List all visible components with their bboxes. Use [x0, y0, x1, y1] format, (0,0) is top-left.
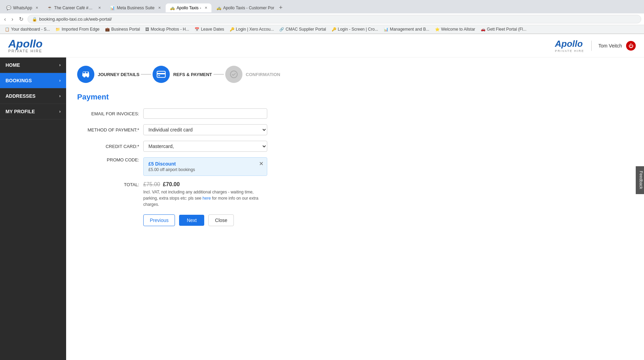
bookmark-business[interactable]: 💼 Business Portal: [103, 26, 142, 32]
bookmark-cmac[interactable]: 🔗 CMAC Supplier Portal: [277, 26, 328, 32]
payment-method-select[interactable]: Individual credit card Account Cash: [143, 124, 267, 135]
tab-career-cafe[interactable]: ☕ The Career Café #13 with my G... ✕: [43, 3, 105, 12]
sidebar-item-addresses[interactable]: ADDRESSES ›: [0, 88, 66, 104]
bookmark-label: Imported From Edge: [62, 27, 100, 32]
bookmark-leave[interactable]: 📅 Leave Dates: [193, 26, 226, 32]
bookmark-icon: 🔑: [230, 27, 235, 32]
chevron-icon-bookings: ›: [59, 78, 61, 83]
forward-button[interactable]: ›: [10, 15, 14, 23]
logo-left: Apollo Private Hire: [8, 38, 43, 53]
total-prices: £75.00 £70.00: [143, 181, 267, 188]
step-connector-2: [214, 74, 224, 75]
logo-apollo-right: Apollo Private Hire: [555, 39, 584, 53]
step-journey-details: JOURNEY DETAILS: [77, 66, 139, 83]
bookmark-icon: 🚗: [481, 27, 486, 32]
svg-rect-7: [157, 73, 165, 74]
logo-text-left: Apollo: [8, 38, 43, 49]
price-new: £70.00: [163, 181, 180, 188]
bookmark-gett[interactable]: 🚗 Gett Fleet Portal (Fl...: [479, 26, 529, 32]
bookmark-dashboard[interactable]: 📋 Your dashboard - S...: [3, 26, 52, 32]
logo-text-right: Apollo: [555, 39, 584, 49]
tab-label-career: The Career Café #13 with my G...: [54, 6, 95, 10]
payment-title: Payment: [77, 93, 633, 102]
chevron-icon-addresses: ›: [59, 94, 61, 98]
bookmark-management[interactable]: 📊 Management and B...: [382, 26, 432, 32]
bookmark-login-cro[interactable]: 🔑 Login - Screen | Cro...: [330, 26, 380, 32]
user-icon[interactable]: ⏻: [626, 41, 636, 51]
tab-meta[interactable]: 📊 Meta Business Suite ✕: [106, 3, 165, 12]
chevron-icon-profile: ›: [59, 109, 61, 114]
here-link[interactable]: here: [202, 196, 211, 201]
reload-button[interactable]: ↻: [18, 15, 25, 23]
step-icon-payment: [153, 66, 170, 83]
svg-rect-5: [86, 72, 88, 73]
promo-row: PROMO CODE: £5 Discount £5.00 off airpor…: [77, 157, 633, 176]
tab-close-career[interactable]: ✕: [98, 6, 101, 10]
chevron-icon-home: ›: [59, 63, 61, 67]
bookmark-xero[interactable]: 🔑 Login | Xero Accou...: [228, 26, 276, 32]
tab-apollo1[interactable]: 🚕 Apollo Taxis - ✕: [166, 3, 211, 12]
total-row: TOTAL: £75.00 £70.00 Incl. VAT, not incl…: [77, 181, 633, 208]
tab-label-apollo1: Apollo Taxis -: [177, 6, 201, 10]
promo-title: £5 Discount: [148, 161, 262, 167]
tab-close-apollo1[interactable]: ✕: [205, 6, 207, 10]
promo-close-button[interactable]: ✕: [259, 160, 263, 167]
close-button[interactable]: Close: [208, 214, 234, 226]
sidebar-item-my-profile[interactable]: MY PROFILE ›: [0, 104, 66, 119]
bookmark-mockup[interactable]: 🖼 Mockup Photos - H...: [143, 26, 191, 32]
bookmark-label: Login | Xero Accou...: [236, 27, 274, 32]
user-name: Tom Veitch: [599, 43, 622, 49]
browser-chrome: 💬 WhatsApp ✕ ☕ The Career Café #13 with …: [0, 0, 644, 34]
sidebar-item-bookings[interactable]: BOOKINGS ›: [0, 73, 66, 88]
tab-favicon-whatsapp: 💬: [6, 6, 11, 10]
step-refs-payment: REFS & PAYMENT: [153, 66, 212, 83]
step-label-journey: JOURNEY DETAILS: [98, 72, 139, 77]
bookmark-label: Leave Dates: [201, 27, 224, 32]
address-text: booking.apollo-taxi.co.uk/web-portal/: [39, 17, 112, 22]
bookmark-label: Login - Screen | Cro...: [338, 27, 378, 32]
tab-favicon-meta: 📊: [110, 6, 115, 10]
sidebar-item-home[interactable]: HOME ›: [0, 57, 66, 73]
bookmark-icon: 📋: [5, 27, 10, 32]
previous-button[interactable]: Previous: [143, 214, 175, 226]
tab-apollo2[interactable]: 🚕 Apollo Taxis - Customer Portal ✕: [212, 3, 274, 12]
credit-card-label: CREDIT CARD:*: [77, 144, 139, 149]
logo-sub-left: Private Hire: [8, 49, 43, 53]
tab-close-meta[interactable]: ✕: [158, 6, 161, 10]
address-bar-row: ‹ › ↻ 🔒 booking.apollo-taxi.co.uk/web-po…: [0, 13, 644, 25]
total-value-block: £75.00 £70.00 Incl. VAT, not including a…: [143, 181, 267, 208]
new-tab-button[interactable]: +: [275, 2, 287, 13]
body-wrapper: HOME › BOOKINGS › ADDRESSES › MY PROFILE…: [0, 57, 644, 360]
tab-close-whatsapp[interactable]: ✕: [35, 6, 38, 10]
header-divider: [591, 41, 592, 51]
back-button[interactable]: ‹: [3, 15, 7, 23]
next-button[interactable]: Next: [179, 215, 204, 226]
tab-bar: 💬 WhatsApp ✕ ☕ The Career Café #13 with …: [0, 0, 644, 13]
bookmark-imported[interactable]: 📁 Imported From Edge: [53, 26, 102, 32]
sidebar-label-home: HOME: [6, 62, 20, 68]
buttons-row: Previous Next Close: [143, 214, 633, 226]
bookmark-icon: 📊: [384, 27, 388, 32]
tab-label-meta: Meta Business Suite: [117, 6, 154, 10]
total-note: Incl. VAT, not including any additional …: [143, 189, 267, 208]
bookmark-label: Your dashboard - S...: [11, 27, 50, 32]
bookmark-icon: 🔑: [332, 27, 336, 32]
bookmark-icon: 🔗: [279, 27, 284, 32]
address-bar[interactable]: 🔒 booking.apollo-taxi.co.uk/web-portal/: [28, 15, 641, 23]
credit-card-select[interactable]: Mastercard, Visa, Amex,: [143, 141, 267, 152]
tab-favicon-apollo1: 🚕: [170, 6, 175, 10]
bookmark-label: CMAC Supplier Portal: [285, 27, 326, 32]
bookmark-icon: 💼: [105, 27, 110, 32]
tab-whatsapp[interactable]: 💬 WhatsApp ✕: [2, 3, 42, 12]
feedback-tab[interactable]: Feedback: [636, 166, 644, 194]
step-label-payment: REFS & PAYMENT: [173, 72, 212, 77]
sidebar: HOME › BOOKINGS › ADDRESSES › MY PROFILE…: [0, 57, 66, 360]
bookmark-allstar[interactable]: ⭐ Welcome to Allstar: [433, 26, 477, 32]
bookmark-label: Gett Fleet Portal (Fl...: [487, 27, 527, 32]
step-icon-confirmation: [225, 66, 242, 83]
credit-card-row: CREDIT CARD:* Mastercard, Visa, Amex,: [77, 141, 633, 152]
promo-box: £5 Discount £5.00 off airport bookings ✕: [143, 157, 267, 176]
bookmarks-bar: 📋 Your dashboard - S... 📁 Imported From …: [0, 25, 644, 34]
email-input[interactable]: [143, 108, 267, 119]
bookmark-label: Welcome to Allstar: [441, 27, 475, 32]
